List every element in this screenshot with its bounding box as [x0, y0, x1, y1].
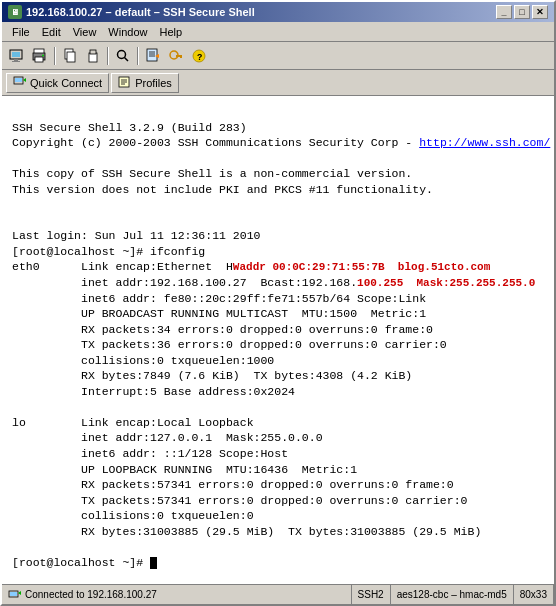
terminal-line-8: Last login: Sun Jul 11 12:36:11 2010: [12, 228, 544, 244]
toolbar: ?: [2, 42, 554, 70]
title-bar: 🖥 192.168.100.27 – default – SSH Secure …: [2, 2, 554, 22]
title-bar-left: 🖥 192.168.100.27 – default – SSH Secure …: [8, 5, 255, 19]
terminal-line-4: This copy of SSH Secure Shell is a non-c…: [12, 166, 544, 182]
svg-rect-25: [15, 78, 22, 82]
title-buttons: _ □ ✕: [496, 5, 548, 19]
terminal-line-25: TX packets:57341 errors:0 dropped:0 over…: [12, 493, 544, 509]
terminal-size-text: 80x33: [520, 589, 547, 600]
svg-point-7: [42, 54, 44, 56]
settings-button[interactable]: [142, 45, 164, 67]
menu-window[interactable]: Window: [102, 25, 153, 39]
svg-rect-14: [147, 49, 157, 61]
svg-line-13: [125, 57, 129, 61]
nav-bar: Quick Connect Profiles: [2, 70, 554, 96]
minimize-button[interactable]: _: [496, 5, 512, 19]
svg-rect-21: [180, 55, 182, 58]
svg-rect-11: [90, 50, 96, 54]
status-cipher: aes128-cbc – hmac-md5: [391, 585, 514, 604]
watermark-2: 100.255 Mask:255.255.255.0: [357, 277, 535, 289]
ssh-link[interactable]: http://www.ssh.com/: [419, 136, 550, 149]
terminal-line-26: collisions:0 txqueuelen:0: [12, 508, 544, 524]
copy-button[interactable]: [59, 45, 81, 67]
terminal-line-15: TX packets:36 errors:0 dropped:0 overrun…: [12, 337, 544, 353]
status-encryption: SSH2: [352, 585, 391, 604]
terminal-line-5: This version does not include PKI and PK…: [12, 182, 544, 198]
terminal-line-28: [12, 539, 544, 555]
quick-connect-button[interactable]: Quick Connect: [6, 73, 109, 93]
terminal-line-27: RX bytes:31003885 (29.5 MiB) TX bytes:31…: [12, 524, 544, 540]
svg-rect-9: [67, 52, 75, 62]
terminal-line-24: RX packets:57341 errors:0 dropped:0 over…: [12, 477, 544, 493]
terminal-line-21: inet addr:127.0.0.1 Mask:255.0.0.0: [12, 430, 544, 446]
menu-file[interactable]: File: [6, 25, 36, 39]
terminal-line-13: UP BROADCAST RUNNING MULTICAST MTU:1500 …: [12, 306, 544, 322]
terminal-line-6: [12, 197, 544, 213]
terminal-line-9: [root@localhost ~]# ifconfig: [12, 244, 544, 260]
maximize-button[interactable]: □: [514, 5, 530, 19]
new-connection-button[interactable]: [6, 45, 28, 67]
keys-button[interactable]: [165, 45, 187, 67]
profiles-label: Profiles: [135, 77, 172, 89]
terminal-area[interactable]: SSH Secure Shell 3.2.9 (Build 283) Copyr…: [2, 96, 554, 584]
terminal-line-10: eth0 Link encap:Ethernet HWaddr 00:0C:29…: [12, 259, 544, 275]
profiles-icon: [118, 75, 132, 91]
close-button[interactable]: ✕: [532, 5, 548, 19]
profiles-button[interactable]: Profiles: [111, 73, 179, 93]
quick-connect-label: Quick Connect: [30, 77, 102, 89]
print-button[interactable]: [29, 45, 51, 67]
terminal-line-17: RX bytes:7849 (7.6 KiB) TX bytes:4308 (4…: [12, 368, 544, 384]
menu-help[interactable]: Help: [153, 25, 188, 39]
connection-icon: [8, 588, 25, 600]
terminal-line-7: [12, 213, 544, 229]
menu-view[interactable]: View: [67, 25, 103, 39]
terminal-line-14: RX packets:34 errors:0 dropped:0 overrun…: [12, 322, 544, 338]
terminal-line-2: Copyright (c) 2000-2003 SSH Communicatio…: [12, 135, 544, 151]
svg-rect-32: [10, 592, 17, 596]
terminal-line-12: inet6 addr: fe80::20c:29ff:fe71:557b/64 …: [12, 291, 544, 307]
menu-edit[interactable]: Edit: [36, 25, 67, 39]
help-button[interactable]: ?: [188, 45, 210, 67]
paste-button[interactable]: [82, 45, 104, 67]
svg-marker-26: [23, 78, 26, 82]
encryption-text: SSH2: [358, 589, 384, 600]
terminal-line-11: inet addr:192.168.100.27 Bcast:192.168.1…: [12, 275, 544, 291]
quick-connect-icon: [13, 75, 27, 91]
main-window: 🖥 192.168.100.27 – default – SSH Secure …: [0, 0, 556, 606]
terminal-line-0: [12, 104, 544, 120]
terminal-prompt: [root@localhost ~]#: [12, 555, 544, 571]
cipher-text: aes128-cbc – hmac-md5: [397, 589, 507, 600]
terminal-line-18: Interrupt:5 Base address:0x2024: [12, 384, 544, 400]
app-icon: 🖥: [8, 5, 22, 19]
terminal-line-20: lo Link encap:Local Loopback: [12, 415, 544, 431]
window-title: 192.168.100.27 – default – SSH Secure Sh…: [26, 6, 255, 18]
svg-rect-2: [14, 59, 18, 61]
svg-rect-6: [35, 57, 43, 62]
status-terminal-size: 80x33: [514, 585, 554, 604]
svg-rect-3: [12, 61, 20, 62]
terminal-line-1: SSH Secure Shell 3.2.9 (Build 283): [12, 120, 544, 136]
svg-point-12: [118, 50, 126, 58]
watermark: Waddr 00:0C:29:71:55:7B blog.51cto.com: [233, 261, 490, 273]
terminal-line-3: [12, 151, 544, 167]
svg-marker-33: [18, 591, 21, 595]
toolbar-separator-2: [107, 47, 109, 65]
terminal-line-19: [12, 399, 544, 415]
menu-bar: File Edit View Window Help: [2, 22, 554, 42]
terminal-line-16: collisions:0 txqueuelen:1000: [12, 353, 544, 369]
find-button[interactable]: [112, 45, 134, 67]
cursor: [150, 557, 157, 569]
toolbar-separator-1: [54, 47, 56, 65]
connected-text: Connected to 192.168.100.27: [25, 589, 157, 600]
terminal-line-23: UP LOOPBACK RUNNING MTU:16436 Metric:1: [12, 462, 544, 478]
svg-rect-1: [12, 52, 20, 57]
terminal-line-22: inet6 addr: ::1/128 Scope:Host: [12, 446, 544, 462]
svg-text:?: ?: [197, 53, 202, 63]
toolbar-separator-3: [137, 47, 139, 65]
status-bar: Connected to 192.168.100.27 SSH2 aes128-…: [2, 584, 554, 604]
status-connected: Connected to 192.168.100.27: [2, 585, 352, 604]
